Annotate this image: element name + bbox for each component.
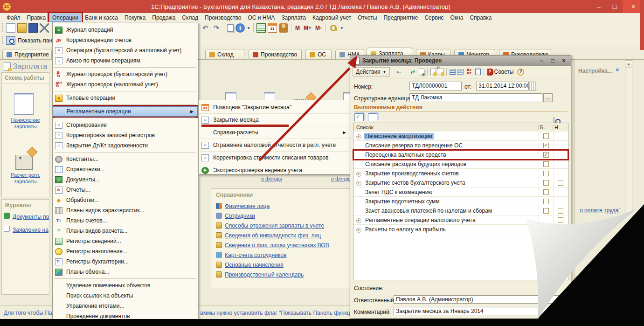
checkbox-tax[interactable] — [553, 197, 568, 206]
checkbox-accounting[interactable] — [539, 160, 553, 168]
maximize-button[interactable]: □ — [607, 0, 623, 13]
date-field[interactable]: 31.01.2014 12:00:00 — [476, 82, 529, 90]
menubar-item[interactable]: Справка — [467, 14, 494, 22]
menu-item[interactable]: Планы видов характеристик... ▶ — [53, 205, 198, 215]
checklist-icon[interactable] — [457, 69, 464, 75]
checkbox-tax[interactable] — [553, 215, 568, 224]
tab[interactable]: Склад — [205, 49, 244, 59]
panel-close-icon[interactable]: × — [616, 66, 619, 73]
expand-icon[interactable] — [353, 170, 364, 177]
checkbox-accounting[interactable] — [539, 197, 553, 206]
comment-field[interactable]: Закрытие месяца за Январь 2014 — [394, 307, 568, 315]
menu-item[interactable]: Сторнирование ▶ — [53, 120, 198, 130]
menu-item[interactable]: Регламентные операции ▶ — [53, 106, 198, 117]
undo-icon[interactable]: ↶ — [201, 23, 210, 33]
memory-m-minus-button[interactable]: M- — [315, 25, 322, 31]
tab[interactable]: Производство — [249, 49, 302, 59]
cut-icon[interactable] — [40, 23, 49, 33]
unit-field[interactable]: ТД Лакомка — [409, 93, 542, 102]
menu-item[interactable]: Справочники... ▶ — [53, 164, 198, 174]
expand-icon[interactable] — [353, 133, 364, 139]
table-row[interactable]: Закрытие счетов бухгалтерского учета — [353, 178, 568, 187]
menu-item[interactable]: Планы счетов... ▶ — [53, 215, 198, 226]
menu-item[interactable]: Журнал проводок (бухгалтерский учет) ▶ — [53, 69, 198, 79]
statement-link[interactable]: Заявление на — [13, 227, 48, 233]
menu-item[interactable]: Корреспонденции счетов ▶ — [53, 35, 198, 45]
reference-link[interactable]: Способы отражения зарплаты в учете — [225, 222, 324, 229]
calculator-icon[interactable] — [256, 23, 266, 33]
checkbox-tax[interactable] — [553, 206, 568, 215]
reference-link[interactable]: Сведения об инвалидности физ. лиц — [225, 232, 321, 239]
menu-item[interactable]: Типовые операции ▶ — [53, 93, 198, 103]
checkbox-tax[interactable] — [553, 187, 568, 196]
menu-item[interactable]: Закрытие Дт/Кт задолженности ▶ — [53, 140, 198, 151]
table-row[interactable]: Списание резерва по переоценке ОС — [353, 141, 568, 150]
checkbox-accounting[interactable] — [539, 132, 553, 140]
memory-m-button[interactable]: M — [295, 25, 300, 31]
show-panels-icon[interactable] — [6, 36, 15, 45]
advice-button[interactable]: Советы — [494, 69, 514, 75]
unit-search-icon[interactable] — [554, 117, 554, 123]
advice-book-icon[interactable] — [487, 69, 493, 76]
menu-item[interactable]: Проведение документов ▶ — [53, 311, 198, 321]
table-row[interactable]: Зачет НДС к возмещению — [353, 187, 568, 197]
menu-item[interactable]: Планы видов расчета... ▶ — [53, 226, 198, 236]
menu-item[interactable]: Обработки... ▶ — [53, 195, 198, 205]
refresh-icon[interactable] — [409, 68, 417, 76]
funds-link[interactable]: в фонды — [261, 176, 282, 181]
table-row[interactable]: Закрытие производственных счетов — [353, 169, 568, 178]
open-icon[interactable] — [17, 23, 27, 33]
reference-link[interactable]: Физические лица — [225, 203, 270, 209]
checkbox-accounting[interactable] — [539, 225, 553, 234]
menu-item[interactable]: Регистры бухгалтерии... ▶ — [53, 257, 198, 267]
table-row[interactable]: Зачет авансовых платежей по налогам и сб… — [353, 206, 568, 215]
reference-link[interactable]: Сведения о физ. лицах участниках ВОВ — [225, 242, 329, 249]
menu-item[interactable]: Операция (бухгалтерский и налоговый учет… — [53, 45, 198, 55]
menubar-item[interactable]: Кадровый учет — [310, 14, 354, 22]
menubar-item[interactable]: Зарплата — [278, 14, 309, 22]
menubar-item[interactable]: Покупка — [122, 14, 148, 22]
document-result-icon[interactable] — [475, 69, 481, 75]
menubar-item[interactable]: Правка — [24, 14, 49, 22]
copy-pages-icon[interactable] — [227, 24, 234, 32]
funds-link[interactable]: в фонды — [331, 176, 352, 181]
reference-link[interactable]: Производственный календарь — [225, 271, 304, 278]
users-icon[interactable] — [279, 23, 288, 33]
check-all-icon[interactable] — [354, 113, 364, 121]
menu-item[interactable]: Журнал операций ▶ — [53, 25, 198, 35]
menubar-item[interactable]: Сервис — [422, 14, 446, 22]
checkbox-accounting[interactable] — [539, 187, 553, 196]
menubar-item[interactable]: Склад — [179, 14, 201, 22]
column-tax[interactable]: Н.. — [553, 125, 569, 130]
menu-item[interactable]: Удаление помеченных объектов ▶ — [53, 280, 198, 291]
toolbar-grip[interactable] — [2, 36, 3, 45]
checkbox-tax[interactable] — [553, 132, 568, 140]
tab[interactable]: ОС — [305, 49, 332, 59]
checkbox-tax[interactable] — [553, 160, 568, 168]
checkbox-tax[interactable] — [553, 178, 568, 187]
submenu-item[interactable]: Отражение налоговой отчетности в регл. у… — [199, 139, 350, 152]
menu-item[interactable]: Корректировка записей регистров ▶ — [53, 130, 198, 140]
reference-link[interactable]: Сотрудники — [225, 213, 255, 219]
table-row[interactable]: Закрытие подотчетных сумм — [353, 197, 568, 206]
table-row[interactable]: Списание расходов будущих периодов — [353, 160, 568, 169]
menubar-item[interactable]: Операции — [49, 14, 81, 22]
menu-item[interactable]: Планы обмена... ▶ — [53, 267, 198, 277]
memory-m-plus-button[interactable]: M+ — [304, 25, 312, 31]
reverse-entries-icon[interactable] — [438, 69, 443, 75]
submenu-item[interactable]: Помощник "Закрытие месяца" ▶ — [199, 101, 350, 114]
menubar-item[interactable]: Банк и касса — [82, 14, 121, 22]
menu-item[interactable]: Авизо по прочим операциям ▶ — [53, 55, 198, 66]
copy-document-icon[interactable] — [419, 69, 424, 75]
menu-item[interactable]: Документы... ▶ — [53, 174, 198, 185]
menu-item[interactable]: Константы... ▶ — [53, 154, 198, 164]
minimize-button[interactable]: – — [591, 0, 607, 13]
scroll-up-icon[interactable]: ▲ — [625, 61, 632, 68]
column-accounting[interactable]: Б.. — [539, 125, 553, 130]
info-dropdown-icon[interactable]: ▼ — [247, 26, 250, 30]
tab[interactable]: Предприятие — [2, 49, 52, 59]
checkbox-tax[interactable] — [553, 150, 568, 159]
service-settings-icon[interactable] — [329, 23, 338, 33]
checkbox-accounting[interactable] — [539, 169, 553, 178]
expand-icon[interactable] — [353, 217, 364, 223]
